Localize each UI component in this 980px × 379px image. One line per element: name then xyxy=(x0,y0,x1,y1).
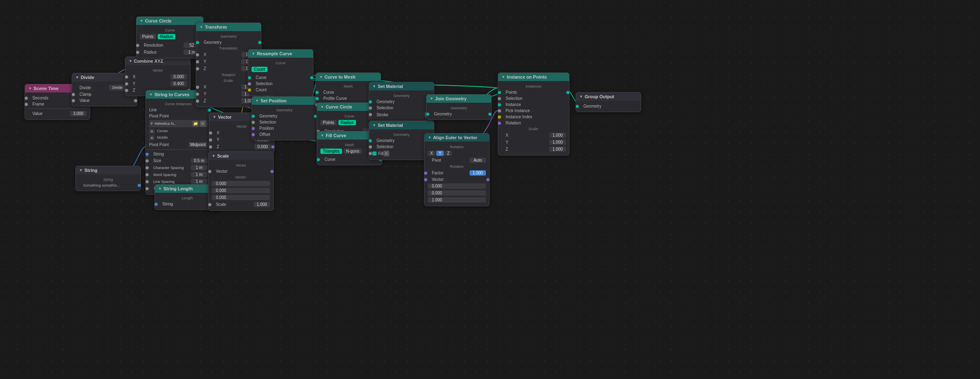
jg-geom-out[interactable] xyxy=(488,113,492,116)
rc-curve-in[interactable] xyxy=(248,76,251,79)
tr-tz[interactable] xyxy=(196,67,199,70)
ae-rot-in[interactable] xyxy=(424,171,427,175)
iop-pick-in[interactable] xyxy=(498,109,501,113)
set-position-header[interactable]: ▼ Set Position xyxy=(252,97,317,105)
go-geom-in[interactable] xyxy=(576,105,579,108)
font-folder-btn[interactable]: 📁 xyxy=(193,121,198,126)
tr-geom-out[interactable] xyxy=(258,41,261,44)
sm1-geom-in[interactable] xyxy=(369,100,372,104)
ae-y-btn[interactable]: Y xyxy=(436,151,444,156)
ctm-curve-in[interactable] xyxy=(315,91,319,94)
sm2-geom-in[interactable] xyxy=(369,139,372,142)
seconds-socket[interactable] xyxy=(25,97,28,100)
sp-pos-in[interactable] xyxy=(252,127,255,130)
ngons-tab[interactable]: N-gons xyxy=(344,149,362,154)
vx[interactable] xyxy=(209,131,212,135)
sl-string-in[interactable] xyxy=(154,203,158,206)
stc-charspace-in[interactable] xyxy=(145,166,149,169)
cc-res-socket[interactable] xyxy=(136,44,139,47)
points-tab[interactable]: Points xyxy=(140,34,156,39)
stc-wordspace-in[interactable] xyxy=(145,173,149,176)
join-geometry-node: ▼ Join Geometry Geometry Geometry xyxy=(426,94,492,120)
fc-curve-in[interactable] xyxy=(317,158,320,161)
sp-offset-in[interactable] xyxy=(252,133,255,136)
vz[interactable] xyxy=(209,145,212,149)
sc-scale-in[interactable] xyxy=(208,203,211,206)
cx-socket[interactable] xyxy=(125,75,128,79)
group-output-header[interactable]: ▼ Group Output xyxy=(576,92,641,101)
iop-inst-in[interactable] xyxy=(498,103,501,106)
string-out[interactable] xyxy=(138,184,141,187)
value-label: Value xyxy=(28,111,70,116)
resample-curve-header[interactable]: ▼ Resample Curve xyxy=(248,50,313,58)
sm2-close[interactable]: ✕ xyxy=(383,151,389,156)
ae-rot-out[interactable] xyxy=(486,178,490,181)
transform-header[interactable]: ▼ Transform xyxy=(196,23,261,31)
set-material-top-header[interactable]: ▼ Set Material xyxy=(369,82,434,90)
tr-ty[interactable] xyxy=(196,60,199,63)
set-material-bot-header[interactable]: ▼ Set Material xyxy=(369,121,434,129)
align-mid-btn[interactable]: ≡ xyxy=(149,135,154,140)
sm2-sel-in[interactable] xyxy=(369,145,372,149)
cc-points-tab[interactable]: Points xyxy=(320,120,337,125)
font-close-btn[interactable]: ✕ xyxy=(200,121,206,126)
divide-out-socket[interactable] xyxy=(134,99,137,102)
stc-textbox-in[interactable] xyxy=(145,187,149,190)
vec-out[interactable] xyxy=(271,145,274,149)
sp-sel-in[interactable] xyxy=(252,121,255,124)
iop-sel-in[interactable] xyxy=(498,97,501,100)
string-header[interactable]: ▼ String xyxy=(76,166,141,174)
sc-vec-in[interactable] xyxy=(208,170,211,173)
stc-line-out[interactable] xyxy=(208,108,211,112)
tr-tx[interactable] xyxy=(196,53,199,56)
join-geometry-header[interactable]: ▼ Join Geometry xyxy=(426,95,491,103)
radius-tab[interactable]: Radius xyxy=(158,34,175,39)
value-field[interactable]: 3.000 xyxy=(70,111,86,116)
align-left-btn[interactable]: ≡ xyxy=(149,129,154,134)
cz-socket[interactable] xyxy=(125,89,128,92)
cc-radius-socket[interactable] xyxy=(136,51,139,54)
combine-xyz-title: Combine XYZ xyxy=(134,59,163,63)
tr-sy[interactable] xyxy=(196,92,199,96)
triangles-tab[interactable]: Triangles xyxy=(320,149,342,154)
iop-points-in[interactable] xyxy=(498,91,501,94)
iop-instances-out[interactable] xyxy=(566,91,569,94)
string-node: ▼ String String Something somethin... xyxy=(75,166,141,191)
jg-geom-in[interactable] xyxy=(426,113,429,116)
sm1-sel-in[interactable] xyxy=(369,106,372,110)
sm2-mat-in[interactable] xyxy=(369,152,372,155)
rc-sel-in[interactable] xyxy=(248,82,251,86)
instance-on-points-title: Instance on Points xyxy=(507,74,547,79)
ae-z-btn[interactable]: Z xyxy=(445,151,452,156)
clamp-socket[interactable] xyxy=(72,93,75,96)
stc-linespace-in[interactable] xyxy=(145,180,149,183)
tr-sz[interactable] xyxy=(196,99,199,103)
stc-size-in[interactable] xyxy=(145,159,149,162)
stc-string-in[interactable] xyxy=(145,153,149,156)
sc-vec-out[interactable] xyxy=(270,170,274,173)
tr-geom-in[interactable] xyxy=(196,41,199,44)
align-euler-header[interactable]: ▼ Align Euler to Vector xyxy=(424,133,489,142)
ae-vec-in[interactable] xyxy=(424,178,427,181)
cc-radius-tab[interactable]: Radius xyxy=(338,120,356,125)
instance-on-points-header[interactable]: ▼ Instance on Points xyxy=(498,73,569,81)
curve-to-mesh-title: Curve to Mesh xyxy=(324,74,356,79)
frame-socket[interactable] xyxy=(25,103,28,106)
iop-rot-in[interactable] xyxy=(498,122,501,125)
count-tab[interactable]: Count xyxy=(252,67,268,72)
divide-value-socket[interactable] xyxy=(72,99,75,102)
cy-socket[interactable] xyxy=(125,82,128,86)
iop-idx-in[interactable] xyxy=(498,115,501,119)
ae-x-btn[interactable]: X xyxy=(428,151,436,156)
vy[interactable] xyxy=(209,138,212,142)
join-geometry-title: Join Geometry xyxy=(435,96,467,101)
sm1-mat-in[interactable] xyxy=(369,113,372,116)
curve-circle-top-header[interactable]: ▼ Curve Circle xyxy=(136,17,203,25)
sp-geom-in[interactable] xyxy=(252,115,255,118)
scale-header[interactable]: ▼ Scale xyxy=(209,152,273,160)
rc-curve-out[interactable] xyxy=(310,76,313,79)
curve-to-mesh-header[interactable]: ▼ Curve to Mesh xyxy=(316,73,381,81)
tr-sx[interactable] xyxy=(196,86,199,89)
rc-count-in[interactable] xyxy=(248,88,251,92)
ctm-profile-in[interactable] xyxy=(315,97,319,100)
